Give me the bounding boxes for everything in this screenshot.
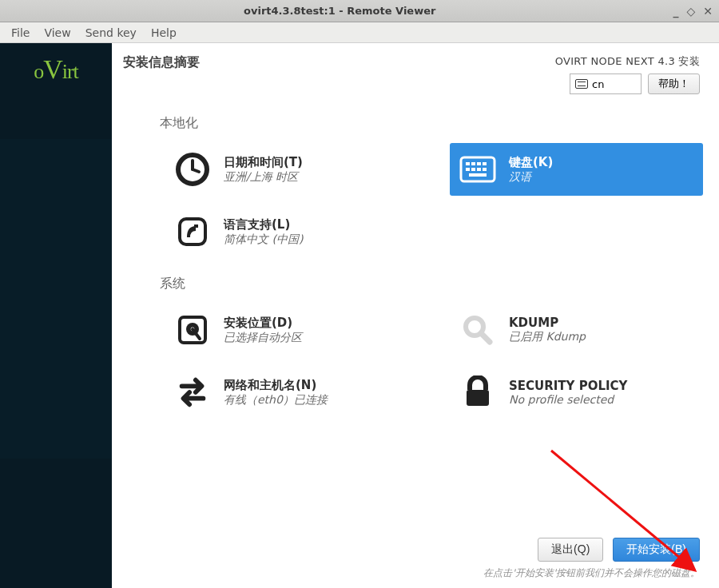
- spoke-install-title: 安装位置(D): [224, 316, 302, 331]
- keyboard-layout-code: cn: [592, 78, 604, 90]
- section-localization: 本地化: [160, 115, 703, 132]
- svg-line-19: [481, 333, 490, 342]
- menubar: File View Send key Help: [0, 22, 719, 43]
- language-icon: [174, 213, 211, 250]
- svg-line-2: [193, 169, 199, 172]
- section-system: 系统: [160, 276, 703, 292]
- spoke-security-sub: No profile selected: [509, 393, 627, 406]
- brand-logo: oVirt: [0, 54, 112, 85]
- lock-icon: [459, 374, 496, 411]
- topbar: 安装信息摘要 OVIRT NODE NEXT 4.3 安装 cn 帮助！: [112, 43, 719, 102]
- window-titlebar: ovirt4.3.8test:1 - Remote Viewer _ ◇ ✕: [0, 0, 719, 22]
- keyboard-layout-indicator[interactable]: cn: [570, 74, 642, 94]
- menu-help[interactable]: Help: [145, 25, 183, 41]
- svg-rect-4: [194, 224, 198, 228]
- keyboard-icon: [575, 79, 588, 89]
- minimize-icon[interactable]: _: [673, 5, 678, 18]
- sidebar: oVirt: [0, 43, 112, 588]
- svg-rect-14: [469, 173, 487, 177]
- spoke-language-title: 语言支持(L): [224, 217, 303, 232]
- help-button[interactable]: 帮助！: [648, 74, 700, 94]
- spoke-install-sub: 已选择自动分区: [224, 331, 302, 345]
- spoke-language-sub: 简体中文 (中国): [224, 232, 303, 247]
- keyboard-large-icon: [459, 151, 496, 188]
- footer: 退出(Q) 开始安装(B) 在点击'开始安装'按钮前我们并不会操作您的磁盘。: [483, 538, 700, 580]
- page-title: 安装信息摘要: [123, 54, 200, 71]
- spoke-kdump[interactable]: KDUMP 已启用 Kdump: [450, 304, 703, 356]
- spoke-keyboard-sub: 汉语: [509, 170, 553, 185]
- close-icon[interactable]: ✕: [703, 5, 713, 18]
- svg-rect-12: [477, 168, 481, 171]
- clock-icon: [174, 151, 211, 188]
- search-icon: [459, 312, 496, 348]
- spoke-network-sub: 有线（eth0）已连接: [224, 393, 328, 407]
- menu-sendkey[interactable]: Send key: [79, 25, 143, 41]
- spoke-network-title: 网络和主机名(N): [224, 378, 328, 393]
- svg-rect-10: [466, 168, 470, 171]
- spoke-install-destination[interactable]: 安装位置(D) 已选择自动分区: [165, 304, 418, 356]
- svg-rect-7: [471, 162, 475, 165]
- menu-file[interactable]: File: [5, 25, 36, 41]
- quit-button[interactable]: 退出(Q): [538, 538, 603, 562]
- spoke-datetime[interactable]: 日期和时间(T) 亚洲/上海 时区: [165, 143, 418, 196]
- svg-rect-9: [483, 162, 487, 165]
- svg-rect-13: [483, 168, 487, 171]
- spoke-keyboard[interactable]: 键盘(K) 汉语: [450, 143, 703, 196]
- svg-rect-20: [467, 390, 489, 406]
- window-controls: _ ◇ ✕: [673, 5, 713, 18]
- svg-rect-11: [471, 168, 475, 171]
- spoke-security[interactable]: SECURITY POLICY No profile selected: [450, 366, 703, 419]
- svg-rect-8: [477, 162, 481, 165]
- spoke-kdump-title: KDUMP: [509, 316, 586, 330]
- svg-rect-3: [180, 219, 205, 244]
- spokes-area: 本地化 日期和时间(T) 亚洲/上海 时区: [112, 102, 719, 428]
- main-panel: 安装信息摘要 OVIRT NODE NEXT 4.3 安装 cn 帮助！ 本地化: [112, 43, 719, 588]
- svg-rect-6: [466, 162, 470, 165]
- begin-install-button[interactable]: 开始安装(B): [613, 538, 700, 562]
- window-title: ovirt4.3.8test:1 - Remote Viewer: [6, 5, 673, 17]
- spoke-language[interactable]: 语言支持(L) 简体中文 (中国): [165, 205, 418, 258]
- maximize-icon[interactable]: ◇: [686, 5, 695, 18]
- spoke-keyboard-title: 键盘(K): [509, 155, 553, 170]
- disk-icon: [174, 312, 211, 348]
- spoke-security-title: SECURITY POLICY: [509, 379, 627, 393]
- spoke-datetime-title: 日期和时间(T): [224, 155, 303, 170]
- network-icon: [174, 374, 211, 411]
- menu-view[interactable]: View: [38, 25, 77, 41]
- spoke-datetime-sub: 亚洲/上海 时区: [224, 170, 303, 185]
- footer-hint: 在点击'开始安装'按钮前我们并不会操作您的磁盘。: [483, 566, 700, 580]
- spoke-kdump-sub: 已启用 Kdump: [509, 330, 586, 344]
- product-name: OVIRT NODE NEXT 4.3 安装: [555, 54, 700, 69]
- spoke-network[interactable]: 网络和主机名(N) 有线（eth0）已连接: [165, 366, 418, 419]
